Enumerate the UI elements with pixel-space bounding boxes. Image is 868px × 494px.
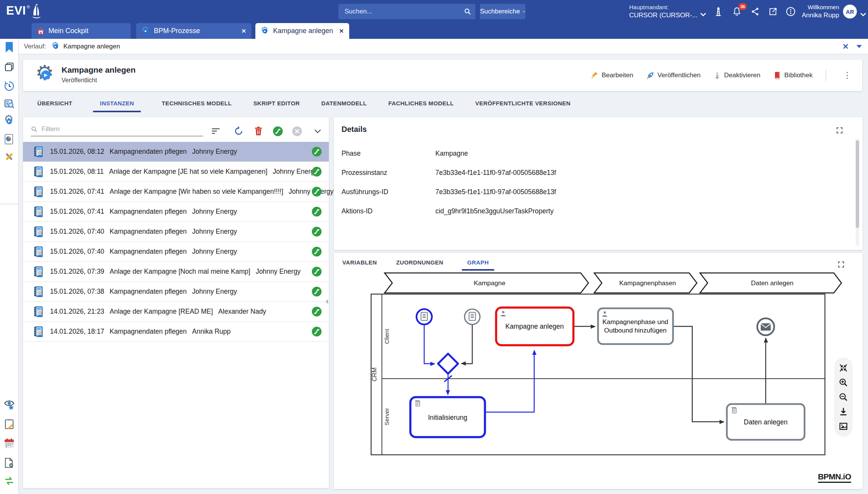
delete-icon[interactable] <box>253 126 264 136</box>
process-instance-icon <box>32 166 44 178</box>
resume-instance-icon[interactable] <box>312 306 322 317</box>
tab-instanzen[interactable]: INSTANZEN <box>93 100 141 112</box>
instance-title: Kampagnendaten pflegen <box>110 288 187 296</box>
tab-fachliches-modell[interactable]: FACHLICHES MODELL <box>388 100 455 112</box>
task-daten-anlegen[interactable]: Daten anlegen <box>727 404 805 440</box>
tab-skript-editor[interactable]: SKRIPT EDITOR <box>253 100 301 112</box>
tenant-chevron-icon[interactable] <box>697 8 709 21</box>
deactivate-button[interactable]: Deaktivieren <box>714 72 761 79</box>
search-scope-dropdown[interactable]: Suchbereiche <box>480 4 525 19</box>
sailboat-icon <box>31 3 42 19</box>
collapse-toolbar-icon[interactable] <box>312 126 323 136</box>
start-event-active[interactable] <box>417 309 432 324</box>
user-menu-chevron-icon[interactable] <box>857 8 868 21</box>
document-settings-icon[interactable] <box>4 457 15 468</box>
instance-row[interactable]: 15.01.2026, 07:39 Anlage der Kampagne [N… <box>23 262 329 282</box>
instance-row[interactable]: 15.01.2026, 08:12 Kampagnendaten pflegen… <box>23 142 329 162</box>
exclusive-gateway[interactable] <box>438 354 458 374</box>
process-instance-icon <box>32 226 44 238</box>
sort-icon[interactable] <box>210 126 221 136</box>
search-input[interactable] <box>344 7 464 16</box>
tab-uebersicht[interactable]: ÜBERSICHT <box>37 100 73 112</box>
search-icon[interactable] <box>464 8 471 15</box>
list-search-icon[interactable] <box>4 98 15 109</box>
instance-row[interactable]: 15.01.2026, 07:38 Kampagnendaten pflegen… <box>23 282 329 302</box>
tab-kampagne-anlegen[interactable]: ⚙▶ Kampagne anlegen ✕ <box>255 23 349 39</box>
download-icon[interactable] <box>838 407 848 417</box>
bpm-process-icon[interactable]: ⚙▶ <box>4 116 15 127</box>
close-history-icon[interactable]: ✕ <box>842 42 849 51</box>
resume-instance-icon[interactable] <box>312 166 322 177</box>
tab-veroeffentlichte-versionen[interactable]: VERÖFFENTLICHTE VERSIONEN <box>475 100 571 112</box>
task-initialisierung[interactable]: Initialisierung <box>410 397 485 437</box>
deactivate-label: Deaktivieren <box>724 72 761 79</box>
tab-technisches-modell[interactable]: TECHNISCHES MODELL <box>161 100 232 112</box>
resume-instance-icon[interactable] <box>312 326 322 337</box>
task-kampagne-anlegen[interactable]: Kampagne anlegen <box>496 308 573 345</box>
kebab-menu-icon[interactable]: ⋮ <box>839 70 855 80</box>
instance-row[interactable]: 14.01.2026, 18:17 Kampagnendaten pflegen… <box>23 322 329 342</box>
refresh-icon[interactable] <box>233 126 244 136</box>
history-item[interactable]: ⚙▶ Kampagne anlegen <box>52 42 120 51</box>
edit-button[interactable]: Bearbeiten <box>591 72 633 79</box>
clipboard-edit-icon[interactable] <box>4 419 15 429</box>
zoom-in-icon[interactable] <box>838 378 848 388</box>
resume-instance-icon[interactable] <box>312 186 322 197</box>
resume-instance-icon[interactable] <box>312 226 322 237</box>
avatar[interactable]: AR <box>843 5 857 18</box>
instance-row[interactable]: 14.01.2026, 21:23 Anlage der Kampagne [R… <box>23 302 329 322</box>
more-options-icon[interactable] <box>785 5 797 18</box>
instance-list: 15.01.2026, 08:12 Kampagnendaten pflegen… <box>23 142 329 342</box>
field-label: Ausführungs-ID <box>342 188 388 196</box>
bookmark-icon[interactable] <box>4 42 15 52</box>
bpmn-io-logo[interactable]: BPMN.iO <box>818 472 851 483</box>
process-gear-icon: ⚙▶ <box>52 42 60 51</box>
watchlist-eye-icon[interactable] <box>4 399 15 410</box>
zoom-out-icon[interactable] <box>838 392 848 402</box>
tab-mein-cockpit[interactable]: Mein Cockpit <box>32 23 131 39</box>
publish-button[interactable]: Veröffentlichen <box>646 72 701 79</box>
windows-icon[interactable] <box>4 62 15 72</box>
sync-arrows-icon[interactable] <box>4 476 15 487</box>
start-event[interactable] <box>465 309 480 324</box>
task-kampagnenphase-outbound[interactable]: Kampagnenphase und Outbound hinzufügen <box>598 308 673 344</box>
panel-collapse-handle[interactable]: ‹ <box>324 293 330 310</box>
notifications-bell-icon[interactable]: 36 <box>731 5 743 18</box>
message-end-event[interactable] <box>757 318 774 335</box>
instance-row[interactable]: 15.01.2026, 08:11 Anlage der Kampagne [J… <box>23 162 329 182</box>
resume-instance-icon[interactable] <box>312 206 322 217</box>
history-clock-icon[interactable] <box>4 81 15 91</box>
filter-input[interactable] <box>41 125 203 133</box>
tab-bpm-prozesse[interactable]: ⚙▶ BPM-Prozesse ✕ <box>136 23 252 39</box>
resume-instance-icon[interactable] <box>272 126 283 136</box>
instance-row[interactable]: 15.01.2026, 07:41 Kampagnendaten pflegen… <box>23 202 329 222</box>
instance-user: Johnny Energy <box>192 228 237 236</box>
fullscreen-icon[interactable] <box>836 126 843 136</box>
instance-row[interactable]: 15.01.2026, 07:40 Kampagnendaten pflegen… <box>23 242 329 262</box>
resume-instance-icon[interactable] <box>312 146 322 157</box>
fit-viewport-icon[interactable] <box>838 363 848 373</box>
calendar-icon[interactable] <box>4 438 15 449</box>
library-label: Bibliothek <box>784 72 813 79</box>
bpmn-diagram[interactable]: Kampagne Kampagnenphasen Daten anlegen C… <box>334 269 863 489</box>
rocket-gray-icon <box>714 72 721 79</box>
export-image-icon[interactable] <box>838 421 848 431</box>
scrollbar-thumb[interactable] <box>856 140 859 228</box>
close-icon[interactable]: ✕ <box>339 28 344 35</box>
tools-icon[interactable] <box>4 151 15 162</box>
report-document-icon[interactable] <box>4 134 15 145</box>
history-dropdown-icon[interactable] <box>856 45 862 48</box>
instance-row[interactable]: 15.01.2026, 07:40 Kampagnendaten pflegen… <box>23 222 329 242</box>
fullscreen-icon[interactable] <box>837 261 845 270</box>
resume-instance-icon[interactable] <box>312 246 322 257</box>
open-external-icon[interactable] <box>767 5 779 18</box>
instance-row[interactable]: 15.01.2026, 07:41 Anlage der Kampagne [W… <box>23 182 329 202</box>
close-icon[interactable]: ✕ <box>241 28 246 35</box>
resume-instance-icon[interactable] <box>312 286 322 297</box>
tab-datenmodell[interactable]: DATENMODELL <box>320 100 367 112</box>
library-button[interactable]: Bibliothek <box>773 72 813 79</box>
share-icon[interactable] <box>749 5 761 18</box>
resume-instance-icon[interactable] <box>312 266 322 277</box>
tenant-selector[interactable]: Hauptmandant: CURSOR (CURSOR-... <box>629 3 698 19</box>
lighthouse-icon[interactable] <box>712 5 725 18</box>
